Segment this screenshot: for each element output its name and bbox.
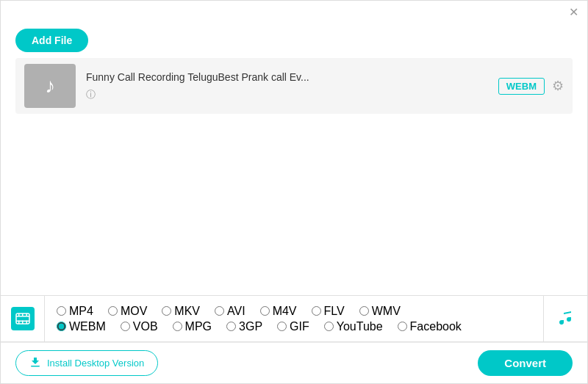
file-name: Funny Call Recording TeluguBest Prank ca… <box>86 71 498 83</box>
radio-flv[interactable] <box>312 306 321 316</box>
format-option-vob[interactable]: VOB <box>121 320 158 333</box>
radio-m4v[interactable] <box>260 306 270 316</box>
radio-mp4[interactable] <box>57 306 66 316</box>
radio-avi[interactable] <box>215 306 224 316</box>
main-content <box>1 114 587 261</box>
format-row-2: WEBM VOB MPG 3GP GIF YouTube <box>57 320 531 333</box>
music-icon: ♪ <box>45 74 55 98</box>
format-option-wmv[interactable]: WMV <box>359 305 401 318</box>
radio-3gp[interactable] <box>226 322 236 331</box>
svg-rect-6 <box>18 321 20 325</box>
format-option-gif[interactable]: GIF <box>277 320 309 333</box>
format-options: MP4 MOV MKV AVI M4V FLV <box>45 298 543 340</box>
format-option-m4v[interactable]: M4V <box>260 305 297 318</box>
footer: Install Desktop Version Convert <box>1 342 587 383</box>
format-badge[interactable]: WEBM <box>498 78 545 95</box>
format-option-3gp[interactable]: 3GP <box>226 320 262 333</box>
download-icon <box>29 356 41 370</box>
music-note-icon <box>557 308 575 330</box>
radio-gif[interactable] <box>277 322 287 331</box>
file-list: ♪ Funny Call Recording TeluguBest Prank … <box>15 58 573 114</box>
file-actions: WEBM ⚙ <box>498 78 564 95</box>
svg-rect-5 <box>26 314 27 316</box>
install-button[interactable]: Install Desktop Version <box>15 350 158 376</box>
radio-vob[interactable] <box>121 322 130 331</box>
format-option-youtube[interactable]: YouTube <box>324 320 383 333</box>
install-label: Install Desktop Version <box>47 358 144 369</box>
format-option-mp4[interactable]: MP4 <box>57 305 93 318</box>
radio-webm[interactable] <box>57 322 66 331</box>
format-option-facebook[interactable]: Facebook <box>398 320 462 333</box>
svg-rect-1 <box>16 316 29 317</box>
radio-mpg[interactable] <box>173 322 182 331</box>
format-row-1: MP4 MOV MKV AVI M4V FLV <box>57 305 531 318</box>
radio-wmv[interactable] <box>359 306 369 316</box>
add-file-button[interactable]: Add File <box>15 29 88 52</box>
format-bar: MP4 MOV MKV AVI M4V FLV <box>1 295 587 342</box>
format-option-mpg[interactable]: MPG <box>173 320 212 333</box>
info-icon[interactable]: ⓘ <box>86 89 96 100</box>
svg-rect-8 <box>26 321 27 325</box>
svg-rect-4 <box>22 314 24 316</box>
format-option-mkv[interactable]: MKV <box>162 305 200 318</box>
svg-rect-7 <box>22 321 24 325</box>
close-button[interactable]: ✕ <box>569 7 578 18</box>
file-info: Funny Call Recording TeluguBest Prank ca… <box>86 71 498 101</box>
convert-button[interactable]: Convert <box>478 350 573 376</box>
radio-mkv[interactable] <box>162 306 171 316</box>
radio-mov[interactable] <box>108 306 118 316</box>
format-option-webm[interactable]: WEBM <box>57 320 106 333</box>
radio-facebook[interactable] <box>398 322 407 331</box>
title-bar: ✕ <box>1 1 587 24</box>
svg-rect-9 <box>31 366 40 367</box>
file-thumbnail: ♪ <box>24 64 76 108</box>
format-option-flv[interactable]: FLV <box>312 305 345 318</box>
audio-format-icon[interactable] <box>543 296 587 341</box>
svg-rect-3 <box>18 314 20 316</box>
radio-youtube[interactable] <box>324 322 334 331</box>
format-option-mov[interactable]: MOV <box>108 305 147 318</box>
format-option-avi[interactable]: AVI <box>215 305 245 318</box>
film-icon <box>11 307 35 330</box>
top-area: Add File <box>1 24 587 58</box>
format-bar-video-icon[interactable] <box>1 296 45 341</box>
settings-icon[interactable]: ⚙ <box>552 78 564 94</box>
